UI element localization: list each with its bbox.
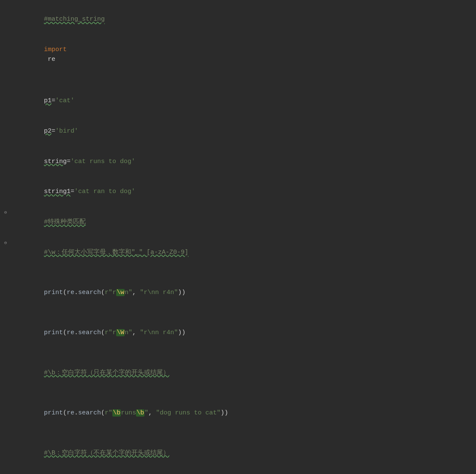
line-B-comment: #\B：空白字符（不在某个字的开头或结尾）	[0, 428, 476, 468]
line-p2: p2='bird'	[0, 116, 476, 147]
line-p1: p1='cat'	[0, 86, 476, 116]
func-print2: print	[44, 329, 63, 336]
content-2: import re	[17, 35, 476, 74]
r-prefix1: r"	[105, 289, 112, 296]
line-2: import re	[0, 35, 476, 75]
func-print3: print	[44, 409, 63, 417]
indent1	[44, 279, 52, 286]
re2: re	[67, 329, 74, 336]
line-search-Wn: print(re.search(r"r\Wn", "r\nn r4n"))	[0, 308, 476, 348]
var-string1: string1	[44, 188, 71, 195]
content-search-Wn: print(re.search(r"r\Wn", "r\nn r4n"))	[17, 308, 476, 347]
str-val1: 'cat runs to dog'	[71, 158, 135, 165]
line-search-Bruns: print(re.search(r"\B runs \B", "dog runs…	[0, 468, 476, 474]
content-special: #特殊种类匹配	[17, 207, 476, 237]
var-p2: p2	[44, 128, 52, 135]
var-string: string	[44, 158, 67, 165]
dot1: .	[74, 289, 78, 296]
line-special-comment: ⊖ #特殊种类匹配	[0, 207, 476, 237]
content-b-comment: #\b：空白字符（只在某个字的开头或结尾）	[17, 348, 476, 387]
cp3: ))	[220, 409, 228, 417]
code-editor: #matching_string import re p1='cat' p2='…	[0, 0, 476, 474]
regex-b2: \b	[136, 409, 144, 417]
comma3: ,	[148, 409, 156, 417]
p2a: (	[101, 289, 105, 296]
fold-icon-2[interactable]: ⊖	[4, 240, 7, 247]
indent5	[44, 440, 52, 447]
str-rnn1: "r\nn r4n"	[140, 289, 178, 296]
fold-icon-1[interactable]: ⊖	[4, 209, 7, 216]
comma2: ,	[132, 329, 140, 336]
regex-wn1: \w	[116, 289, 125, 296]
comment-b: #\b：空白字符（只在某个字的开头或结尾）	[44, 369, 169, 376]
comment-B: #\B：空白字符（不在某个字的开头或结尾）	[44, 449, 169, 457]
r-quote3: "	[144, 409, 148, 417]
regex-Wn: \W	[116, 329, 125, 336]
p5a: (	[101, 409, 105, 417]
r-quote2: "	[128, 329, 132, 336]
str-val2: 'cat ran to dog'	[74, 188, 135, 195]
keyword-import: import	[44, 46, 67, 53]
content-search-wn: print(re.search(r"r\wn", "r\nn r4n"))	[17, 268, 476, 307]
r-val2a: r	[112, 329, 116, 336]
str-rnn2: "r\nn r4n"	[140, 329, 178, 336]
eq4: =	[71, 188, 74, 195]
str-bird: 'bird'	[55, 128, 78, 135]
r-val2b: n	[125, 329, 128, 336]
content-Bruns: print(re.search(r"\B runs \B", "dog runs…	[17, 469, 476, 474]
paren1: (	[63, 289, 67, 296]
r-prefix2: r"	[105, 329, 112, 336]
comma1: ,	[132, 289, 140, 296]
content-string1: string1='cat ran to dog'	[17, 177, 476, 207]
content-bruns: print(re.search(r"\bruns\b", "dog runs t…	[17, 388, 476, 428]
content-p2: p2='bird'	[17, 117, 476, 146]
r-quote1: "	[128, 289, 132, 296]
space: re	[44, 56, 55, 63]
line-b-comment: #\b：空白字符（只在某个字的开头或结尾）	[0, 348, 476, 388]
search3: search	[78, 409, 101, 417]
cp2: ))	[178, 329, 185, 336]
eq2: =	[52, 128, 55, 135]
str-cat: 'cat'	[55, 97, 74, 104]
gutter-special: ⊖	[4, 209, 17, 216]
line-search-wn: print(re.search(r"r\wn", "r\nn r4n"))	[0, 267, 476, 308]
var-p1: p1	[44, 97, 52, 104]
r-runs1: runs	[121, 409, 136, 417]
indent2	[44, 319, 52, 327]
content-w-comment: #\w：任何大小写字母，数字和"_" [a-zA-Z0-9]	[17, 238, 476, 267]
eq1: =	[52, 97, 55, 104]
line-string1: string1='cat ran to dog'	[0, 177, 476, 207]
cp1: ))	[178, 289, 185, 296]
func-print1: print	[44, 289, 63, 296]
p4a: (	[63, 409, 67, 417]
indent4	[44, 400, 52, 407]
comment-w: #\w：任何大小写字母，数字和"_" [a-zA-Z0-9]	[44, 249, 188, 256]
r-prefix3: r"	[105, 409, 112, 417]
line-string: string='cat runs to dog'	[0, 146, 476, 177]
re1: re	[67, 289, 74, 296]
dot3: .	[74, 409, 78, 417]
content-B-comment: #\B：空白字符（不在某个字的开头或结尾）	[17, 428, 476, 468]
regex-b1: \b	[112, 409, 121, 417]
content-p1: p1='cat'	[17, 86, 476, 116]
content-string: string='cat runs to dog'	[17, 147, 476, 176]
dot2: .	[74, 329, 78, 336]
re3: re	[67, 409, 74, 417]
indent3	[44, 360, 52, 367]
line-w-comment: ⊖ #\w：任何大小写字母，数字和"_" [a-zA-Z0-9]	[0, 237, 476, 268]
line-1: #matching_string	[0, 4, 476, 35]
comment-matching: #matching_string	[44, 16, 105, 23]
content-blank1	[17, 75, 476, 85]
search1: search	[78, 289, 101, 296]
search2: search	[78, 329, 101, 336]
str-dog-runs: "dog runs to cat"	[156, 409, 220, 417]
gutter-w: ⊖	[4, 240, 17, 247]
paren2: (	[63, 329, 67, 336]
r-val1b: n	[125, 289, 128, 296]
comment-special: #特殊种类匹配	[44, 218, 86, 226]
p3a: (	[101, 329, 105, 336]
r-val1a: r	[112, 289, 116, 296]
line-search-bruns: print(re.search(r"\bruns\b", "dog runs t…	[0, 388, 476, 428]
content-1: #matching_string	[17, 5, 476, 34]
eq3: =	[67, 158, 71, 165]
